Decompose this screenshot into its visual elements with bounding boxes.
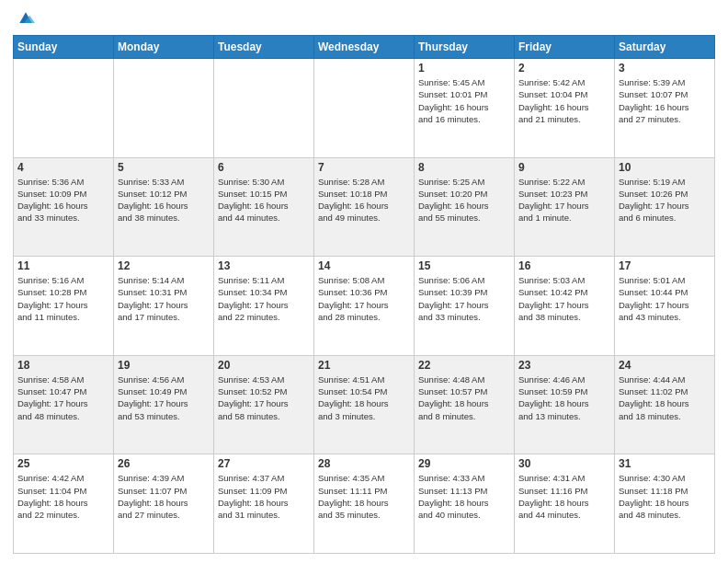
day-info: Sunrise: 5:42 AM Sunset: 10:04 PM Daylig… [518,76,610,125]
day-info: Sunrise: 4:37 AM Sunset: 11:09 PM Daylig… [218,472,310,521]
day-info: Sunrise: 5:03 AM Sunset: 10:42 PM Daylig… [518,274,610,323]
calendar-cell: 11Sunrise: 5:16 AM Sunset: 10:28 PM Dayl… [14,257,114,356]
day-info: Sunrise: 5:22 AM Sunset: 10:23 PM Daylig… [518,176,610,224]
day-number: 18 [17,359,109,372]
calendar-header-row: SundayMondayTuesdayWednesdayThursdayFrid… [14,36,715,59]
calendar-cell: 19Sunrise: 4:56 AM Sunset: 10:49 PM Dayl… [114,355,214,454]
day-number: 22 [418,359,510,372]
day-info: Sunrise: 4:56 AM Sunset: 10:49 PM Daylig… [118,373,210,422]
day-number: 24 [619,359,711,372]
day-number: 19 [118,359,210,372]
day-info: Sunrise: 5:06 AM Sunset: 10:39 PM Daylig… [418,274,510,323]
calendar-cell: 9Sunrise: 5:22 AM Sunset: 10:23 PM Dayli… [515,157,615,257]
day-number: 28 [318,457,410,470]
day-number: 10 [619,161,711,174]
calendar-cell: 25Sunrise: 4:42 AM Sunset: 11:04 PM Dayl… [14,454,114,554]
calendar-cell: 8Sunrise: 5:25 AM Sunset: 10:20 PM Dayli… [415,157,515,257]
calendar-cell: 18Sunrise: 4:58 AM Sunset: 10:47 PM Dayl… [14,355,114,454]
day-number: 26 [118,457,210,470]
calendar-week-4: 18Sunrise: 4:58 AM Sunset: 10:47 PM Dayl… [14,355,715,454]
calendar-cell [214,59,314,158]
day-number: 30 [518,457,610,470]
day-info: Sunrise: 5:30 AM Sunset: 10:15 PM Daylig… [218,176,310,224]
day-number: 16 [518,259,610,272]
day-number: 6 [218,161,310,174]
calendar-weekday-wednesday: Wednesday [314,36,415,59]
day-info: Sunrise: 5:11 AM Sunset: 10:34 PM Daylig… [218,274,310,323]
day-info: Sunrise: 5:45 AM Sunset: 10:01 PM Daylig… [418,76,510,125]
day-info: Sunrise: 5:25 AM Sunset: 10:20 PM Daylig… [418,176,510,224]
day-number: 21 [318,359,410,372]
day-info: Sunrise: 4:58 AM Sunset: 10:47 PM Daylig… [17,373,109,422]
day-number: 12 [118,259,210,272]
day-number: 9 [518,161,610,174]
calendar-cell: 15Sunrise: 5:06 AM Sunset: 10:39 PM Dayl… [415,257,515,356]
calendar-cell: 28Sunrise: 4:35 AM Sunset: 11:11 PM Dayl… [314,454,415,554]
calendar-cell [114,59,214,158]
calendar-weekday-tuesday: Tuesday [214,36,314,59]
calendar-cell: 4Sunrise: 5:36 AM Sunset: 10:09 PM Dayli… [14,157,114,257]
day-number: 13 [218,259,310,272]
calendar-cell: 10Sunrise: 5:19 AM Sunset: 10:26 PM Dayl… [615,157,715,257]
day-info: Sunrise: 5:33 AM Sunset: 10:12 PM Daylig… [118,176,210,224]
day-info: Sunrise: 5:01 AM Sunset: 10:44 PM Daylig… [619,274,711,323]
calendar-cell: 22Sunrise: 4:48 AM Sunset: 10:57 PM Dayl… [415,355,515,454]
day-info: Sunrise: 5:36 AM Sunset: 10:09 PM Daylig… [17,176,109,224]
calendar-cell: 14Sunrise: 5:08 AM Sunset: 10:36 PM Dayl… [314,257,415,356]
calendar-week-1: 1Sunrise: 5:45 AM Sunset: 10:01 PM Dayli… [14,59,715,158]
day-info: Sunrise: 5:39 AM Sunset: 10:07 PM Daylig… [619,76,711,125]
day-info: Sunrise: 4:39 AM Sunset: 11:07 PM Daylig… [118,472,210,521]
calendar-cell: 27Sunrise: 4:37 AM Sunset: 11:09 PM Dayl… [214,454,314,554]
calendar-cell: 20Sunrise: 4:53 AM Sunset: 10:52 PM Dayl… [214,355,314,454]
calendar-weekday-sunday: Sunday [14,36,114,59]
day-number: 4 [17,161,109,174]
calendar-weekday-monday: Monday [114,36,214,59]
calendar-cell [14,59,114,158]
calendar-cell: 13Sunrise: 5:11 AM Sunset: 10:34 PM Dayl… [214,257,314,356]
calendar-cell: 16Sunrise: 5:03 AM Sunset: 10:42 PM Dayl… [515,257,615,356]
day-info: Sunrise: 4:30 AM Sunset: 11:18 PM Daylig… [619,472,711,521]
calendar-week-2: 4Sunrise: 5:36 AM Sunset: 10:09 PM Dayli… [14,157,715,257]
day-info: Sunrise: 4:35 AM Sunset: 11:11 PM Daylig… [318,472,410,521]
calendar-cell: 1Sunrise: 5:45 AM Sunset: 10:01 PM Dayli… [415,59,515,158]
day-number: 23 [518,359,610,372]
day-info: Sunrise: 4:46 AM Sunset: 10:59 PM Daylig… [518,373,610,422]
day-info: Sunrise: 5:28 AM Sunset: 10:18 PM Daylig… [318,176,410,224]
calendar-cell: 24Sunrise: 4:44 AM Sunset: 11:02 PM Dayl… [615,355,715,454]
calendar-cell [314,59,415,158]
calendar-cell: 12Sunrise: 5:14 AM Sunset: 10:31 PM Dayl… [114,257,214,356]
day-number: 2 [518,62,610,75]
day-info: Sunrise: 4:42 AM Sunset: 11:04 PM Daylig… [17,472,109,521]
day-number: 3 [619,62,711,75]
day-number: 14 [318,259,410,272]
day-info: Sunrise: 4:53 AM Sunset: 10:52 PM Daylig… [218,373,310,422]
day-number: 31 [619,457,711,470]
day-number: 25 [17,457,109,470]
calendar-cell: 5Sunrise: 5:33 AM Sunset: 10:12 PM Dayli… [114,157,214,257]
page: SundayMondayTuesdayWednesdayThursdayFrid… [0,0,728,563]
logo-icon [17,9,35,28]
day-info: Sunrise: 4:48 AM Sunset: 10:57 PM Daylig… [418,373,510,422]
calendar-cell: 2Sunrise: 5:42 AM Sunset: 10:04 PM Dayli… [515,59,615,158]
calendar-cell: 21Sunrise: 4:51 AM Sunset: 10:54 PM Dayl… [314,355,415,454]
day-info: Sunrise: 5:08 AM Sunset: 10:36 PM Daylig… [318,274,410,323]
day-info: Sunrise: 4:51 AM Sunset: 10:54 PM Daylig… [318,373,410,422]
day-number: 17 [619,259,711,272]
day-number: 11 [17,259,109,272]
day-info: Sunrise: 4:31 AM Sunset: 11:16 PM Daylig… [518,472,610,521]
calendar-cell: 23Sunrise: 4:46 AM Sunset: 10:59 PM Dayl… [515,355,615,454]
day-number: 7 [318,161,410,174]
calendar-cell: 30Sunrise: 4:31 AM Sunset: 11:16 PM Dayl… [515,454,615,554]
calendar-body: 1Sunrise: 5:45 AM Sunset: 10:01 PM Dayli… [14,59,715,554]
calendar-week-3: 11Sunrise: 5:16 AM Sunset: 10:28 PM Dayl… [14,257,715,356]
calendar-cell: 6Sunrise: 5:30 AM Sunset: 10:15 PM Dayli… [214,157,314,257]
calendar-cell: 31Sunrise: 4:30 AM Sunset: 11:18 PM Dayl… [615,454,715,554]
calendar-weekday-friday: Friday [515,36,615,59]
logo [13,9,35,28]
calendar-weekday-saturday: Saturday [615,36,715,59]
day-info: Sunrise: 5:14 AM Sunset: 10:31 PM Daylig… [118,274,210,323]
day-info: Sunrise: 4:33 AM Sunset: 11:13 PM Daylig… [418,472,510,521]
calendar-week-5: 25Sunrise: 4:42 AM Sunset: 11:04 PM Dayl… [14,454,715,554]
day-info: Sunrise: 5:19 AM Sunset: 10:26 PM Daylig… [619,176,711,224]
day-number: 5 [118,161,210,174]
